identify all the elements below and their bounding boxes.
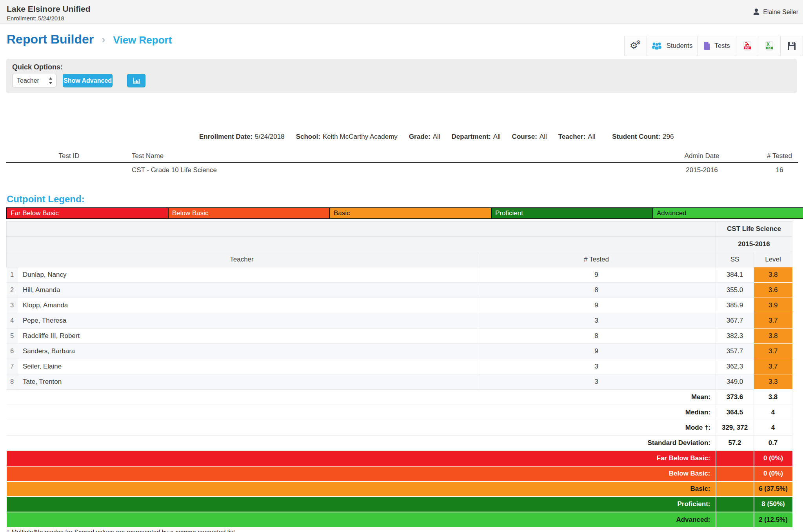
tested-column-header: # Tested bbox=[477, 252, 716, 267]
district-name: Lake Elsinore Unified bbox=[7, 4, 91, 14]
legend-band-basic: Basic bbox=[329, 207, 492, 219]
distribution-ss-cell bbox=[716, 466, 754, 481]
results-year-row: 2015-2016 bbox=[7, 237, 792, 252]
distribution-ss-cell bbox=[716, 481, 754, 497]
scaled-score-cell: 382.3 bbox=[716, 329, 754, 344]
quick-options-controls: Teacher Show Advanced bbox=[12, 74, 145, 87]
report-filter-value: 5/24/2018 bbox=[255, 133, 285, 140]
save-icon bbox=[787, 41, 797, 51]
teacher-name-cell: Dunlap, Nancy bbox=[18, 267, 477, 283]
teacher-name-cell: Sanders, Barbara bbox=[18, 344, 477, 359]
tests-button[interactable]: Tests bbox=[697, 36, 736, 56]
ss-column-header: SS bbox=[716, 252, 754, 267]
test-name-cell: CST - Grade 10 Life Science bbox=[132, 162, 643, 178]
tested-count-cell: 3 bbox=[477, 313, 716, 329]
level-cell: 3.7 bbox=[754, 359, 792, 374]
scaled-score-cell: 355.0 bbox=[716, 283, 754, 298]
user-menu[interactable]: Elaine Seiler bbox=[753, 0, 798, 24]
summary-label-cell: Median: bbox=[7, 405, 716, 420]
report-filter-label: School: bbox=[296, 133, 320, 140]
breadcrumb-view-report[interactable]: View Report bbox=[113, 34, 172, 46]
summary-ss-cell: 57.2 bbox=[716, 436, 754, 451]
report-filter-value: All bbox=[433, 133, 440, 140]
distribution-value-cell: 0 (0%) bbox=[754, 451, 792, 466]
legend-band-proficient: Proficient bbox=[491, 207, 653, 219]
distribution-value-cell: 2 (12.5%) bbox=[754, 512, 792, 527]
report-toolbar: ⚙⚙ Students Tests bbox=[625, 36, 803, 56]
results-column-header-row: Teacher # Tested SS Level bbox=[7, 252, 792, 267]
distribution-row: Basic:6 (37.5%) bbox=[7, 481, 792, 497]
distribution-row: Below Basic:0 (0%) bbox=[7, 466, 792, 481]
chart-view-button[interactable] bbox=[127, 74, 145, 87]
admin-date-cell: 2015-2016 bbox=[643, 162, 761, 178]
export-excel-button[interactable]: X XLS bbox=[758, 36, 781, 56]
test-id-cell bbox=[6, 162, 132, 178]
show-advanced-button[interactable]: Show Advanced bbox=[63, 74, 113, 87]
enrollment-date-subtitle: Enrollment: 5/24/2018 bbox=[7, 15, 64, 22]
results-test-title-row: CST Life Science bbox=[7, 222, 792, 237]
report-filter-label: Grade: bbox=[409, 133, 431, 140]
teacher-result-row: 6Sanders, Barbara9357.73.7 bbox=[7, 344, 792, 359]
teacher-result-row: 7Seiler, Elaine3362.33.7 bbox=[7, 359, 792, 374]
cutpoint-legend-bar: Far Below BasicBelow BasicBasicProficien… bbox=[6, 207, 803, 219]
level-cell: 3.3 bbox=[754, 374, 792, 390]
level-cell: 3.7 bbox=[754, 313, 792, 329]
report-filters-summary: Enrollment Date:5/24/2018School:Keith Mc… bbox=[199, 133, 674, 141]
distribution-row: Advanced:2 (12.5%) bbox=[7, 512, 792, 527]
results-table: CST Life Science 2015-2016 Teacher # Tes… bbox=[6, 221, 792, 527]
group-by-select[interactable]: Teacher bbox=[12, 74, 56, 87]
level-column-header: Level bbox=[754, 252, 792, 267]
top-header-bar: Lake Elsinore Unified Enrollment: 5/24/2… bbox=[0, 0, 803, 24]
breadcrumb-separator-icon: › bbox=[102, 33, 105, 46]
report-filter-value: All bbox=[493, 133, 501, 140]
report-filter-item: Department:All bbox=[452, 133, 501, 141]
level-cell: 3.8 bbox=[754, 267, 792, 283]
distribution-label-cell: Below Basic: bbox=[7, 466, 716, 481]
distribution-label-cell: Far Below Basic: bbox=[7, 451, 716, 466]
mode-footnote: † Multiple/No modes for Scored values ar… bbox=[6, 529, 235, 532]
excel-icon: X XLS bbox=[765, 41, 774, 51]
select-arrows-icon bbox=[49, 77, 53, 84]
admin-date-header: Admin Date bbox=[643, 150, 761, 162]
students-button[interactable]: Students bbox=[647, 36, 698, 56]
save-report-button[interactable] bbox=[780, 36, 803, 56]
teacher-name-cell: Tate, Trenton bbox=[18, 374, 477, 390]
bar-chart-icon bbox=[132, 77, 141, 84]
test-list-row: CST - Grade 10 Life Science2015-201616 bbox=[6, 162, 798, 178]
quick-options-label: Quick Options: bbox=[12, 63, 63, 71]
tested-count-cell: 9 bbox=[477, 344, 716, 359]
summary-row: Standard Deviation:57.20.7 bbox=[7, 436, 792, 451]
settings-button[interactable]: ⚙⚙ bbox=[624, 36, 647, 56]
report-filter-item: Student Count:296 bbox=[612, 133, 674, 141]
results-year: 2015-2016 bbox=[716, 237, 792, 252]
breadcrumb-report-builder[interactable]: Report Builder bbox=[7, 32, 94, 47]
level-cell: 3.8 bbox=[754, 329, 792, 344]
tests-icon bbox=[703, 42, 710, 50]
cutpoint-legend-title: Cutpoint Legend: bbox=[7, 194, 85, 205]
summary-label-cell: Standard Deviation: bbox=[7, 436, 716, 451]
scaled-score-cell: 362.3 bbox=[716, 359, 754, 374]
row-number-cell: 2 bbox=[7, 283, 18, 298]
teacher-name-cell: Pepe, Theresa bbox=[18, 313, 477, 329]
row-number-cell: 4 bbox=[7, 313, 18, 329]
num-tested-header: # Tested bbox=[761, 150, 798, 162]
report-filter-value: All bbox=[540, 133, 547, 140]
export-pdf-button[interactable]: PDF bbox=[736, 36, 758, 56]
summary-label-cell: Mean: bbox=[7, 390, 716, 405]
tested-count-cell: 8 bbox=[477, 283, 716, 298]
results-test-title: CST Life Science bbox=[716, 222, 792, 237]
students-button-label: Students bbox=[666, 42, 692, 50]
pdf-icon: PDF bbox=[743, 41, 752, 51]
test-list-header-row: Test ID Test Name Admin Date # Tested bbox=[6, 150, 798, 162]
distribution-label-cell: Advanced: bbox=[7, 512, 716, 527]
report-filter-value: Keith McCarthy Academy bbox=[323, 133, 398, 140]
tests-button-label: Tests bbox=[714, 42, 730, 50]
summary-row: Mean:373.63.8 bbox=[7, 390, 792, 405]
num-tested-cell: 16 bbox=[761, 162, 798, 178]
level-cell: 3.7 bbox=[754, 344, 792, 359]
distribution-value-cell: 8 (50%) bbox=[754, 497, 792, 512]
teacher-result-row: 3Klopp, Amanda9385.93.9 bbox=[7, 298, 792, 313]
report-filter-item: School:Keith McCarthy Academy bbox=[296, 133, 398, 141]
test-id-header: Test ID bbox=[6, 150, 132, 162]
report-filter-item: Course:All bbox=[512, 133, 547, 141]
